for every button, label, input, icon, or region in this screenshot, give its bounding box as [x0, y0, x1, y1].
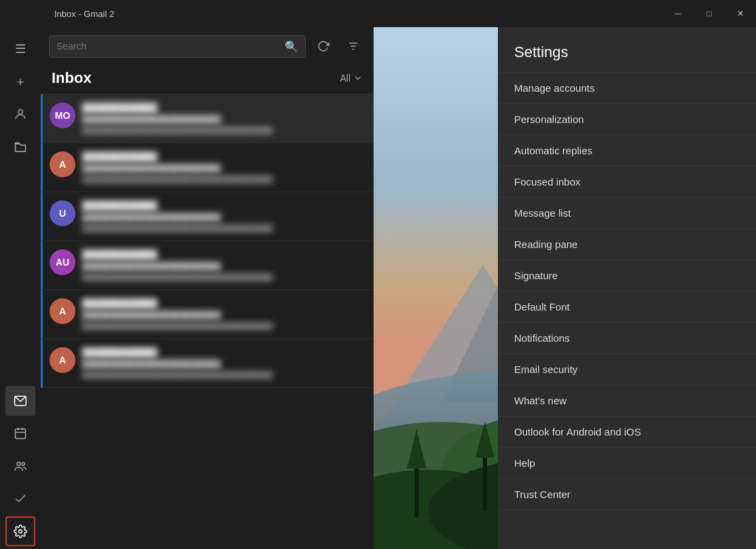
- sidebar-contacts-icon[interactable]: [5, 451, 35, 481]
- email-content: ████████████████████████████████████████…: [82, 347, 365, 379]
- email-preview: ████████████████████████████████████: [82, 126, 365, 135]
- sidebar-mail-icon[interactable]: [5, 386, 35, 416]
- maximize-button[interactable]: □: [694, 0, 725, 27]
- email-subject: ████████████████████████: [82, 213, 365, 222]
- email-sender: ████████████: [82, 152, 365, 162]
- email-content: ████████████████████████████████████████…: [82, 249, 365, 281]
- settings-item[interactable]: What's new: [498, 385, 756, 417]
- settings-item[interactable]: Trust Center: [498, 479, 756, 510]
- email-item[interactable]: A███████████████████████████████████████…: [41, 143, 374, 192]
- email-subject: ████████████████████████: [82, 359, 365, 369]
- settings-item[interactable]: Notifications: [498, 323, 756, 354]
- email-preview: ████████████████████████████████████: [82, 322, 365, 330]
- email-preview: ████████████████████████████████████: [82, 175, 365, 183]
- email-sender: ████████████: [82, 103, 365, 113]
- email-item[interactable]: A███████████████████████████████████████…: [41, 339, 374, 388]
- email-panel: 🔍 Inbox All M: [41, 27, 374, 549]
- sidebar-settings-icon[interactable]: [5, 516, 35, 546]
- svg-point-8: [19, 530, 22, 533]
- email-sender: ████████████: [82, 249, 365, 260]
- settings-title: Settings: [498, 27, 756, 72]
- close-button[interactable]: ✕: [725, 0, 756, 27]
- search-icon: 🔍: [285, 40, 298, 53]
- email-item[interactable]: U███████████████████████████████████████…: [41, 192, 374, 241]
- avatar: AU: [50, 249, 75, 275]
- window-title: Inbox - Gmail 2: [54, 9, 114, 19]
- email-sender: ████████████: [82, 347, 365, 357]
- sidebar-calendar-icon[interactable]: [5, 419, 35, 448]
- search-bar: 🔍: [41, 27, 374, 65]
- email-content: ████████████████████████████████████████…: [82, 103, 365, 135]
- email-content: ████████████████████████████████████████…: [82, 200, 365, 232]
- sidebar-folders-icon[interactable]: [5, 132, 35, 162]
- email-subject: ████████████████████████: [82, 262, 365, 271]
- inbox-header: Inbox All: [41, 65, 374, 94]
- refresh-button[interactable]: [311, 34, 336, 58]
- settings-item[interactable]: Help: [498, 448, 756, 479]
- svg-point-7: [22, 463, 24, 465]
- sidebar-people-icon[interactable]: [5, 99, 35, 129]
- settings-item[interactable]: Signature: [498, 260, 756, 291]
- email-item[interactable]: AU██████████████████████████████████████…: [41, 241, 374, 290]
- inbox-filter[interactable]: All: [340, 73, 363, 84]
- email-preview: ████████████████████████████████████: [82, 273, 365, 281]
- settings-item[interactable]: Email security: [498, 354, 756, 385]
- email-list: MO██████████████████████████████████████…: [41, 94, 374, 549]
- email-item[interactable]: MO██████████████████████████████████████…: [41, 94, 374, 143]
- email-content: ████████████████████████████████████████…: [82, 152, 365, 183]
- window-controls: ─ □ ✕: [662, 0, 756, 27]
- sidebar-compose-icon[interactable]: ＋: [5, 67, 35, 96]
- settings-item[interactable]: Personalization: [498, 104, 756, 135]
- svg-point-0: [18, 109, 23, 114]
- avatar: MO: [50, 103, 75, 128]
- sidebar-hamburger-icon[interactable]: ☰: [5, 34, 35, 64]
- svg-rect-24: [414, 463, 418, 517]
- svg-point-6: [17, 462, 20, 465]
- settings-item[interactable]: Automatic replies: [498, 135, 756, 166]
- email-subject: ████████████████████████: [82, 164, 365, 173]
- email-preview: ████████████████████████████████████: [82, 371, 365, 379]
- avatar: A: [50, 152, 75, 177]
- sidebar: ☰ ＋: [0, 27, 41, 549]
- settings-panel: Settings Manage accountsPersonalizationA…: [498, 27, 756, 549]
- filter-button[interactable]: [341, 34, 365, 58]
- settings-item[interactable]: Message list: [498, 198, 756, 229]
- svg-rect-27: [483, 456, 487, 510]
- email-sender: ████████████: [82, 298, 365, 308]
- settings-item[interactable]: Outlook for Android and iOS: [498, 417, 756, 448]
- email-subject: ████████████████████████: [82, 311, 365, 320]
- email-subject: ████████████████████████: [82, 115, 365, 124]
- email-item[interactable]: A███████████████████████████████████████…: [41, 290, 374, 339]
- inbox-title: Inbox: [52, 69, 92, 87]
- avatar: A: [50, 347, 75, 373]
- svg-rect-2: [16, 429, 26, 438]
- settings-item[interactable]: Reading pane: [498, 229, 756, 260]
- settings-items-container: Manage accountsPersonalizationAutomatic …: [498, 72, 756, 510]
- avatar: U: [50, 200, 75, 226]
- email-preview: ████████████████████████████████████: [82, 224, 365, 232]
- email-sender: ████████████: [82, 200, 365, 211]
- sidebar-tasks-icon[interactable]: [5, 484, 35, 514]
- filter-label: All: [340, 73, 350, 84]
- minimize-button[interactable]: ─: [662, 0, 694, 27]
- email-content: ████████████████████████████████████████…: [82, 298, 365, 330]
- settings-item[interactable]: Manage accounts: [498, 72, 756, 104]
- settings-item[interactable]: Focused inbox: [498, 166, 756, 198]
- settings-item[interactable]: Default Font: [498, 291, 756, 323]
- title-bar: Inbox - Gmail 2 ─ □ ✕: [0, 0, 756, 27]
- search-input[interactable]: [56, 41, 281, 52]
- avatar: A: [50, 298, 75, 324]
- search-input-wrapper[interactable]: 🔍: [49, 35, 306, 58]
